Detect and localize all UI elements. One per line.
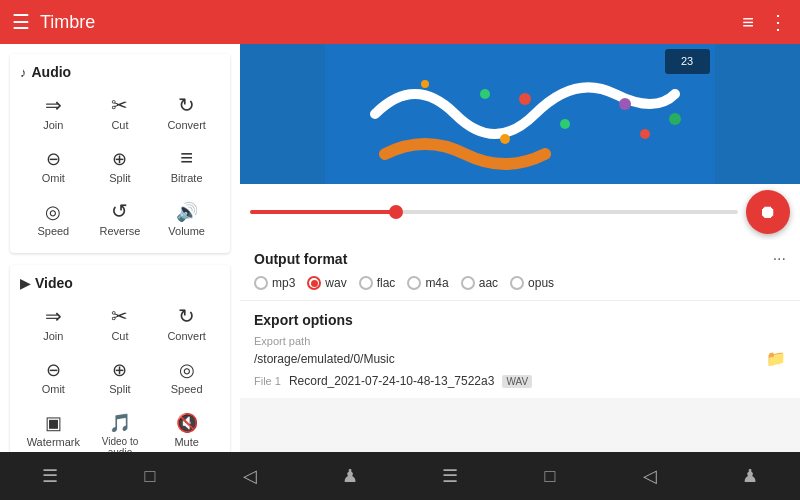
file-item-row: File 1 Record_2021-07-24-10-48-13_7522a3… — [254, 374, 786, 388]
app-title: Timbre — [40, 12, 95, 33]
left-panel: ♪ Audio Join Cut Convert Omit — [0, 44, 240, 452]
format-opus[interactable]: opus — [510, 276, 554, 290]
video-omit-icon — [46, 358, 61, 380]
nav-item-5[interactable]: ☰ — [400, 465, 500, 487]
video-join-icon — [45, 305, 62, 327]
nav-item-7[interactable]: ◁ — [600, 465, 700, 487]
svg-text:23: 23 — [681, 55, 693, 67]
top-bar-right — [742, 10, 788, 34]
video-convert-icon — [178, 305, 195, 327]
audio-section-title: ♪ Audio — [20, 64, 220, 80]
export-path-label: Export path — [254, 335, 786, 347]
output-format-section: Output format ··· mp3 wav flac — [240, 240, 800, 300]
output-format-more-icon[interactable]: ··· — [773, 250, 786, 268]
format-mp3[interactable]: mp3 — [254, 276, 295, 290]
nav-item-1[interactable]: ☰ — [0, 465, 100, 487]
game-preview-svg: 23 — [240, 44, 800, 184]
speed-icon — [45, 200, 61, 222]
video-icon: ▶ — [20, 276, 30, 291]
audio-join[interactable]: Join — [20, 88, 87, 137]
svg-point-7 — [421, 80, 429, 88]
progress-bar[interactable] — [250, 210, 738, 214]
audio-speed[interactable]: Speed — [20, 194, 87, 243]
mute-icon — [176, 411, 198, 433]
video-icon-grid: Join Cut Convert Omit Split — [20, 299, 220, 452]
video-section-title: ▶ Video — [20, 275, 220, 291]
video-split[interactable]: Split — [87, 352, 154, 401]
svg-point-5 — [640, 129, 650, 139]
convert-icon — [178, 94, 195, 116]
top-bar: Timbre — [0, 0, 800, 44]
nav-item-2[interactable]: □ — [100, 466, 200, 487]
m4a-radio[interactable] — [407, 276, 421, 290]
audio-reverse[interactable]: Reverse — [87, 194, 154, 243]
more-options-icon[interactable] — [768, 10, 788, 34]
wav-radio[interactable] — [307, 276, 321, 290]
record-icon: ⏺ — [759, 202, 777, 223]
svg-point-2 — [560, 119, 570, 129]
nav-item-8[interactable]: ♟ — [700, 465, 800, 487]
video-speed[interactable]: Speed — [153, 352, 220, 401]
file-label: File 1 — [254, 375, 281, 387]
export-path-row: /storage/emulated/0/Music 📁 — [254, 349, 786, 368]
nav-item-6[interactable]: □ — [500, 466, 600, 487]
audio-split[interactable]: Split — [87, 141, 154, 190]
audio-bitrate[interactable]: Bitrate — [153, 141, 220, 190]
audio-omit[interactable]: Omit — [20, 141, 87, 190]
video-speed-icon — [179, 358, 195, 380]
audio-icon: ♪ — [20, 65, 27, 80]
opus-radio[interactable] — [510, 276, 524, 290]
export-path-value: /storage/emulated/0/Music — [254, 352, 395, 366]
nav-item-4[interactable]: ♟ — [300, 465, 400, 487]
export-path-container: Export path /storage/emulated/0/Music 📁 — [254, 335, 786, 368]
format-radio-group: mp3 wav flac m4a aac — [254, 276, 786, 290]
audio-convert[interactable]: Convert — [153, 88, 220, 137]
video-convert[interactable]: Convert — [153, 299, 220, 348]
flac-radio[interactable] — [359, 276, 373, 290]
svg-point-3 — [500, 134, 510, 144]
audio-volume[interactable]: Volume — [153, 194, 220, 243]
svg-point-6 — [669, 113, 681, 125]
svg-point-4 — [619, 98, 631, 110]
video-section: ▶ Video Join Cut Convert Omit — [10, 265, 230, 452]
video-watermark[interactable]: Watermark — [20, 405, 87, 452]
watermark-icon — [45, 411, 62, 433]
video-omit[interactable]: Omit — [20, 352, 87, 401]
format-aac[interactable]: aac — [461, 276, 498, 290]
progress-thumb[interactable] — [389, 205, 403, 219]
list-icon[interactable] — [742, 11, 754, 34]
right-panel: 23 ⏺ Output format ··· mp3 — [240, 44, 800, 452]
progress-fill — [250, 210, 396, 214]
top-bar-left: Timbre — [12, 10, 95, 34]
export-options-heading: Export options — [254, 312, 353, 328]
svg-point-1 — [519, 93, 531, 105]
folder-icon[interactable]: 📁 — [766, 349, 786, 368]
split-icon — [112, 147, 127, 169]
volume-icon — [176, 200, 198, 222]
join-icon — [45, 94, 62, 116]
video-cut[interactable]: Cut — [87, 299, 154, 348]
audio-section: ♪ Audio Join Cut Convert Omit — [10, 54, 230, 253]
file-ext-badge: WAV — [502, 375, 532, 388]
video-to-audio[interactable]: Video to audio — [87, 405, 154, 452]
output-format-heading: Output format — [254, 251, 347, 267]
format-flac[interactable]: flac — [359, 276, 396, 290]
audio-icon-grid: Join Cut Convert Omit Split — [20, 88, 220, 243]
aac-radio[interactable] — [461, 276, 475, 290]
record-fab-button[interactable]: ⏺ — [746, 190, 790, 234]
video-join[interactable]: Join — [20, 299, 87, 348]
video-cut-icon — [111, 305, 128, 327]
video-to-audio-icon — [109, 411, 131, 433]
mp3-radio[interactable] — [254, 276, 268, 290]
hamburger-icon[interactable] — [12, 10, 30, 34]
main-content: ♪ Audio Join Cut Convert Omit — [0, 44, 800, 452]
video-mute[interactable]: Mute — [153, 405, 220, 452]
omit-icon — [46, 147, 61, 169]
bottom-nav: ☰ □ ◁ ♟ ☰ □ ◁ ♟ — [0, 452, 800, 500]
audio-cut[interactable]: Cut — [87, 88, 154, 137]
reverse-icon — [111, 200, 128, 222]
format-wav[interactable]: wav — [307, 276, 346, 290]
format-m4a[interactable]: m4a — [407, 276, 448, 290]
cut-icon — [111, 94, 128, 116]
nav-item-3[interactable]: ◁ — [200, 465, 300, 487]
